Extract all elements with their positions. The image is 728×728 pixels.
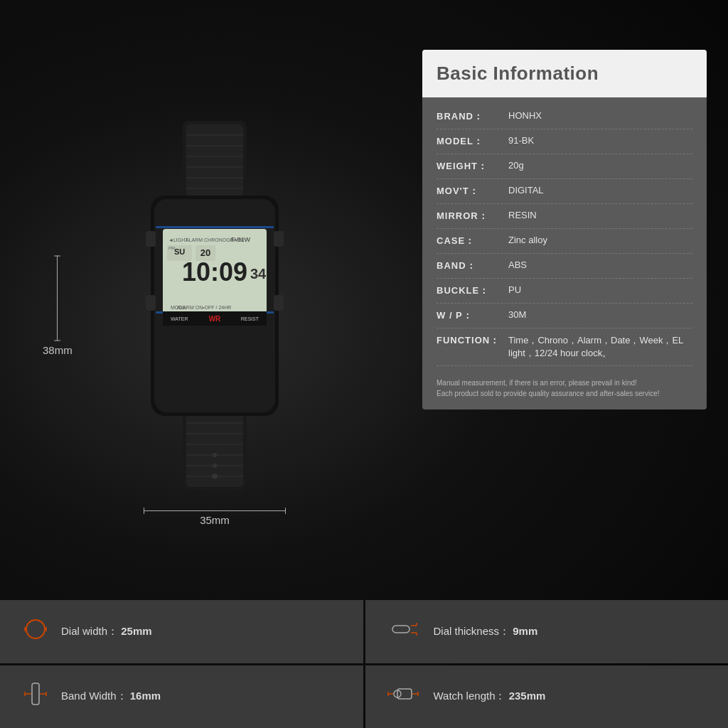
info-key: BRAND：: [437, 110, 504, 123]
svg-text:10:09: 10:09: [182, 257, 247, 287]
watch-length-icon: [387, 680, 422, 712]
spec-label: Dial thickness： 9mm: [434, 625, 538, 638]
info-value: 91-BK: [508, 135, 692, 146]
info-key: W / P：: [437, 309, 504, 322]
info-row: FUNCTION： Time，Chrono，Alarm，Date，Week，EL…: [437, 328, 692, 366]
info-value: Zinc alloy: [508, 235, 692, 245]
svg-text:ALARM  ON•OFF / 24HR: ALARM ON•OFF / 24HR: [177, 305, 232, 310]
svg-rect-21: [146, 295, 156, 311]
spec-label: Band Width： 16mm: [61, 690, 161, 703]
band-width-icon: [21, 680, 50, 712]
spec-cell: Dial width： 25mm: [0, 600, 363, 663]
svg-rect-23: [274, 295, 284, 311]
width-line: [144, 510, 286, 511]
info-key: WEIGHT：: [437, 160, 504, 173]
main-content: 38mm: [0, 0, 728, 583]
info-value: RESIN: [508, 210, 692, 220]
spec-cell: Band Width： 16mm: [0, 665, 363, 729]
info-row: WEIGHT： 20g: [437, 154, 692, 179]
svg-text:WR: WR: [209, 315, 221, 323]
svg-rect-54: [32, 683, 39, 705]
info-panel: Basic Information BRAND： HONHX MODEL： 91…: [422, 50, 707, 410]
info-key: FUNCTION：: [437, 334, 504, 347]
spec-cell: Dial thickness： 9mm: [365, 600, 729, 663]
svg-point-41: [212, 473, 218, 479]
svg-text:RESIST: RESIST: [241, 316, 259, 321]
info-row: MODEL： 91-BK: [437, 129, 692, 154]
width-label: 35mm: [144, 514, 286, 526]
spec-label: Dial width： 25mm: [61, 625, 152, 638]
svg-rect-22: [274, 231, 284, 247]
spec-label: Watch length： 235mm: [434, 690, 546, 703]
svg-point-44: [26, 620, 45, 638]
svg-rect-18: [156, 226, 274, 228]
info-value: 30M: [508, 309, 692, 320]
svg-rect-20: [146, 231, 156, 247]
svg-text:20: 20: [200, 247, 210, 258]
info-key: MODEL：: [437, 135, 504, 148]
info-row: MIRROR： RESIN: [437, 204, 692, 229]
info-value: Time，Chrono，Alarm，Date，Week，EL light，12/…: [508, 334, 692, 360]
info-key: BUCKLE：: [437, 284, 504, 297]
watch-area: 38mm: [21, 43, 408, 569]
info-note: Manual measurement, if there is an error…: [437, 373, 692, 399]
svg-text:WATER: WATER: [171, 316, 188, 321]
info-value: DIGITAL: [508, 185, 692, 196]
info-row: MOV'T： DIGITAL: [437, 179, 692, 204]
info-row: BRAND： HONHX: [437, 105, 692, 129]
info-key: CASE：: [437, 235, 504, 247]
info-value: ABS: [508, 259, 692, 270]
svg-text:ALARM CHRONOGRAPH: ALARM CHRONOGRAPH: [186, 237, 244, 242]
width-dimension: 35mm: [144, 510, 286, 526]
watch-illustration: F-91W ◄LIGHT ALARM CHRONOGRAPH PM SU 20 …: [21, 43, 408, 569]
svg-point-42: [213, 464, 217, 468]
info-row: CASE： Zinc alloy: [437, 229, 692, 254]
dial-width-icon: [21, 616, 50, 648]
info-body: BRAND： HONHX MODEL： 91-BK WEIGHT： 20g MO…: [422, 97, 707, 410]
svg-text:SU: SU: [174, 247, 185, 256]
info-key: MOV'T：: [437, 185, 504, 198]
dial-thickness-icon: [387, 616, 422, 648]
info-key: BAND：: [437, 259, 504, 272]
bottom-specs: Dial width： 25mm Dial thickness： 9mm Ban…: [0, 600, 728, 728]
info-row: BAND： ABS: [437, 254, 692, 279]
info-value: 20g: [508, 160, 692, 171]
info-title: Basic Information: [422, 50, 707, 97]
svg-point-43: [213, 453, 217, 457]
info-value: HONHX: [508, 110, 692, 121]
svg-text:34: 34: [250, 266, 267, 282]
info-key: MIRROR：: [437, 210, 504, 223]
info-row: W / P： 30M: [437, 304, 692, 328]
info-value: PU: [508, 284, 692, 295]
svg-rect-1: [186, 124, 243, 199]
watch-svg: F-91W ◄LIGHT ALARM CHRONOGRAPH PM SU 20 …: [112, 121, 318, 491]
spec-cell: Watch length： 235mm: [365, 665, 729, 729]
svg-rect-49: [392, 626, 410, 633]
info-row: BUCKLE： PU: [437, 279, 692, 304]
